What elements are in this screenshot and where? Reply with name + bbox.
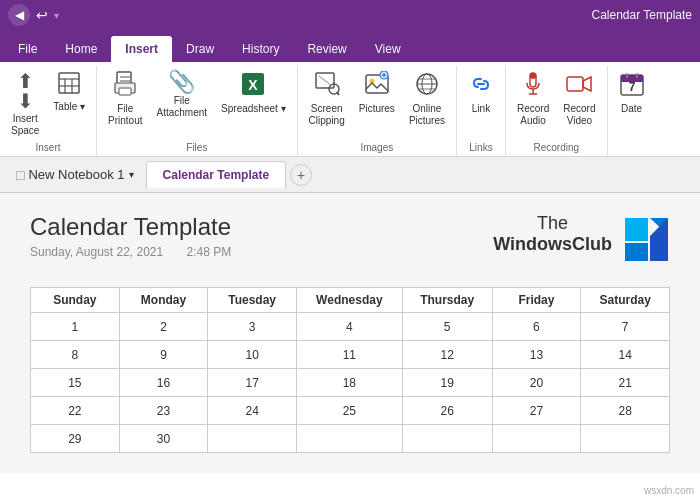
table-row: 22232425262728 (31, 397, 670, 425)
date-icon: 7 (619, 71, 645, 101)
calendar-body: 1234567891011121314151617181920212223242… (31, 313, 670, 453)
page-date: Sunday, August 22, 2021 (30, 245, 163, 259)
date-button[interactable]: 7 Date (614, 68, 650, 118)
table-cell: 12 (402, 341, 492, 369)
file-attachment-label: FileAttachment (157, 95, 208, 119)
col-monday: Monday (119, 288, 208, 313)
notebook-name-label: New Notebook 1 (28, 167, 124, 182)
table-cell: 17 (208, 369, 297, 397)
col-tuesday: Tuesday (208, 288, 297, 313)
tab-draw[interactable]: Draw (172, 36, 228, 62)
table-icon (57, 71, 81, 99)
notebook-dropdown-icon: ▾ (129, 169, 134, 180)
col-sunday: Sunday (31, 288, 120, 313)
link-button[interactable]: Link (463, 68, 499, 118)
record-video-icon (565, 71, 593, 101)
spreadsheet-label: Spreadsheet ▾ (221, 103, 286, 115)
logo-icon (620, 213, 670, 267)
screen-clipping-label: ScreenClipping (309, 103, 345, 127)
spreadsheet-icon: X (240, 71, 266, 101)
date-label: Date (621, 103, 642, 115)
tab-insert[interactable]: Insert (111, 36, 172, 62)
page-title: Calendar Template (30, 213, 231, 241)
page-meta: Sunday, August 22, 2021 2:48 PM (30, 245, 231, 259)
logo-area: The WindowsClub (493, 213, 670, 267)
table-cell: 26 (402, 397, 492, 425)
online-pictures-icon (414, 71, 440, 101)
record-audio-label: RecordAudio (517, 103, 549, 127)
undo-button[interactable]: ↩ (36, 7, 48, 23)
page-time: 2:48 PM (187, 245, 232, 259)
record-video-label: RecordVideo (563, 103, 595, 127)
table-cell: 28 (581, 397, 670, 425)
col-wednesday: Wednesday (296, 288, 402, 313)
tab-view[interactable]: View (361, 36, 415, 62)
table-row: 891011121314 (31, 341, 670, 369)
ribbon-group-links: Link Links (457, 66, 506, 156)
spreadsheet-button[interactable]: X Spreadsheet ▾ (216, 68, 291, 118)
insert-space-button[interactable]: ⬆⬇ InsertSpace (6, 68, 44, 140)
active-tab[interactable]: Calendar Template (146, 161, 286, 188)
pictures-button[interactable]: Pictures (354, 68, 400, 118)
col-friday: Friday (492, 288, 581, 313)
insert-group-label: Insert (6, 140, 90, 156)
file-printout-icon (113, 71, 137, 101)
col-thursday: Thursday (402, 288, 492, 313)
ribbon-group-files: FilePrintout 📎 FileAttachment X Spreadsh… (97, 66, 298, 156)
table-cell (208, 425, 297, 453)
tab-review[interactable]: Review (293, 36, 360, 62)
table-row: 2930 (31, 425, 670, 453)
table-cell: 10 (208, 341, 297, 369)
ribbon-group-images: ScreenClipping Pictures (298, 66, 457, 156)
screen-clipping-button[interactable]: ScreenClipping (304, 68, 350, 130)
screen-clipping-icon (314, 71, 340, 101)
table-cell: 4 (296, 313, 402, 341)
insert-space-label: InsertSpace (11, 113, 39, 137)
page-header: Calendar Template Sunday, August 22, 202… (30, 213, 670, 275)
file-printout-button[interactable]: FilePrintout (103, 68, 147, 130)
logo-line2: WindowsClub (493, 234, 612, 255)
ribbon-group-insert: ⬆⬇ InsertSpace Table ▾ Insert (0, 66, 97, 156)
file-attachment-button[interactable]: 📎 FileAttachment (152, 68, 213, 122)
content-area: Calendar Template Sunday, August 22, 202… (0, 193, 700, 473)
table-cell: 30 (119, 425, 208, 453)
tab-home[interactable]: Home (51, 36, 111, 62)
online-pictures-button[interactable]: OnlinePictures (404, 68, 450, 130)
files-group-label: Files (103, 140, 291, 156)
tab-file[interactable]: File (4, 36, 51, 62)
table-cell: 16 (119, 369, 208, 397)
table-cell: 21 (581, 369, 670, 397)
col-saturday: Saturday (581, 288, 670, 313)
record-video-button[interactable]: RecordVideo (558, 68, 600, 130)
table-cell: 5 (402, 313, 492, 341)
notebook-name[interactable]: □ New Notebook 1 ▾ (8, 163, 142, 187)
link-icon (468, 71, 494, 101)
back-icon: ◀ (15, 8, 24, 22)
table-button[interactable]: Table ▾ (48, 68, 90, 116)
add-tab-button[interactable]: + (290, 164, 312, 186)
svg-line-15 (319, 76, 331, 85)
svg-marker-41 (625, 218, 648, 241)
recording-group-label: Recording (512, 140, 601, 156)
back-button[interactable]: ◀ (8, 4, 30, 26)
pictures-label: Pictures (359, 103, 395, 115)
svg-rect-10 (119, 88, 131, 95)
table-cell (492, 425, 581, 453)
notebook-icon: □ (16, 167, 24, 183)
notebook-bar: □ New Notebook 1 ▾ Calendar Template + (0, 157, 700, 193)
logo-line1: The (493, 213, 612, 234)
ribbon-group-date: 7 Date (608, 66, 656, 156)
calendar-header-row: Sunday Monday Tuesday Wednesday Thursday… (31, 288, 670, 313)
link-label: Link (472, 103, 490, 115)
table-cell: 23 (119, 397, 208, 425)
table-cell: 24 (208, 397, 297, 425)
table-cell (581, 425, 670, 453)
table-cell: 2 (119, 313, 208, 341)
table-cell (296, 425, 402, 453)
tab-history[interactable]: History (228, 36, 293, 62)
ribbon-body: ⬆⬇ InsertSpace Table ▾ Insert (0, 62, 700, 157)
record-audio-button[interactable]: RecordAudio (512, 68, 554, 130)
watermark: wsxdn.com (644, 485, 694, 496)
table-cell: 3 (208, 313, 297, 341)
table-cell: 22 (31, 397, 120, 425)
